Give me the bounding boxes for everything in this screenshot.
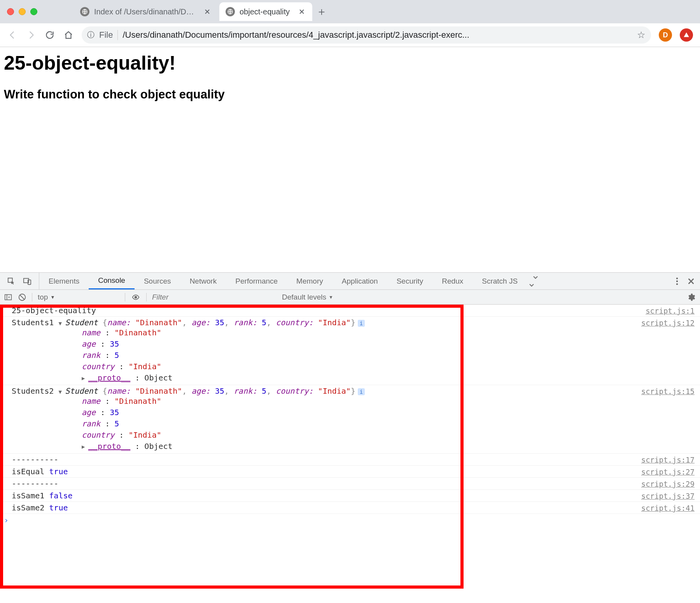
tab-title: object-equality xyxy=(240,7,290,16)
console-row: isSame2 truescript.js:41 xyxy=(0,502,700,514)
console-row: Students1 ▼ Student {name: "Dinanath", a… xyxy=(0,317,700,385)
dropdown-icon: ▼ xyxy=(50,294,55,300)
forward-icon[interactable] xyxy=(26,30,37,40)
console-message: isSame1 false xyxy=(12,491,641,500)
devtools-tab-console[interactable]: Console xyxy=(89,273,135,289)
devtools-tab-elements[interactable]: Elements xyxy=(39,273,89,289)
console-levels-label: Default levels xyxy=(282,293,326,302)
devtools-overflow-icon[interactable] xyxy=(527,273,544,289)
console-row: 25-object-equalityscript.js:1 xyxy=(0,305,700,317)
devtools-tab-redux[interactable]: Redux xyxy=(432,273,472,289)
tab-close-icon[interactable] xyxy=(298,7,306,16)
address-bar[interactable]: ⓘ File /Users/dinanath/Documents/importa… xyxy=(82,26,651,44)
devtools-tab-performance[interactable]: Performance xyxy=(226,273,287,289)
tab-0[interactable]: Index of /Users/dinanath/Docum xyxy=(74,2,218,21)
tab-favicon-globe-icon xyxy=(80,7,89,16)
svg-point-7 xyxy=(676,283,678,285)
console-source-link[interactable]: script.js:17 xyxy=(641,455,695,464)
url-path: /Users/dinanath/Documents/important/reso… xyxy=(122,30,632,40)
console-row: isEqual truescript.js:27 xyxy=(0,466,700,478)
tab-title: Index of /Users/dinanath/Docum xyxy=(94,7,195,16)
devtools-menu-icon[interactable] xyxy=(676,277,678,286)
svg-point-6 xyxy=(676,280,678,282)
reload-icon[interactable] xyxy=(44,30,55,40)
devtools-tab-network[interactable]: Network xyxy=(180,273,226,289)
console-message: isEqual true xyxy=(12,467,641,476)
console-toolbar: top ▼ Default levels ▼ xyxy=(0,290,700,305)
profile-avatar[interactable]: D xyxy=(659,28,672,42)
page-subtitle: Write function to check object equality xyxy=(4,88,696,102)
console-message: Students1 ▼ Student {name: "Dinanath", a… xyxy=(12,318,641,384)
console-levels-selector[interactable]: Default levels ▼ xyxy=(282,293,333,302)
devtools-panel: ElementsConsoleSourcesNetworkPerformance… xyxy=(0,272,700,603)
devtools-tab-memory[interactable]: Memory xyxy=(287,273,332,289)
console-message: 25-object-equality xyxy=(12,306,646,315)
page-title: 25-object-equality! xyxy=(4,52,696,74)
new-tab-button[interactable]: ＋ xyxy=(314,4,329,19)
live-expression-icon[interactable] xyxy=(131,293,141,301)
console-context-value: top xyxy=(38,293,48,302)
url-separator xyxy=(117,30,118,40)
site-info-icon[interactable]: ⓘ xyxy=(87,30,94,40)
devtools-tab-scratch-js[interactable]: Scratch JS xyxy=(472,273,527,289)
toolbar: ⓘ File /Users/dinanath/Documents/importa… xyxy=(0,23,700,47)
console-output: 25-object-equalityscript.js:1Students1 ▼… xyxy=(0,305,700,603)
devtools-tabbar: ElementsConsoleSourcesNetworkPerformance… xyxy=(0,273,700,290)
console-sidebar-toggle-icon[interactable] xyxy=(4,293,12,301)
console-source-link[interactable]: script.js:37 xyxy=(641,491,695,500)
console-row: ----------script.js:17 xyxy=(0,454,700,466)
console-source-link[interactable]: script.js:1 xyxy=(646,306,695,315)
info-badge-icon[interactable]: i xyxy=(358,388,365,395)
devtools-tab-application[interactable]: Application xyxy=(332,273,387,289)
console-message: ---------- xyxy=(12,479,641,488)
console-settings-icon[interactable] xyxy=(687,293,700,302)
console-filter-input[interactable] xyxy=(152,293,276,302)
console-source-link[interactable]: script.js:41 xyxy=(641,503,695,512)
info-badge-icon[interactable]: i xyxy=(358,320,365,327)
window-zoom[interactable] xyxy=(30,8,37,15)
inspect-element-icon[interactable] xyxy=(7,277,16,286)
svg-point-5 xyxy=(676,277,678,279)
console-message: Students2 ▼ Student {name: "Dinanath", a… xyxy=(12,386,641,452)
window-minimize[interactable] xyxy=(19,8,26,15)
url-scheme: File xyxy=(99,30,113,40)
browser-chrome: Index of /Users/dinanath/Docum object-eq… xyxy=(0,0,700,47)
home-icon[interactable] xyxy=(63,30,74,40)
clear-console-icon[interactable] xyxy=(18,293,26,302)
tab-close-icon[interactable] xyxy=(203,7,212,16)
bookmark-star-icon[interactable]: ☆ xyxy=(637,30,646,40)
console-message: ---------- xyxy=(12,455,641,464)
tab-strip: Index of /Users/dinanath/Docum object-eq… xyxy=(0,0,700,23)
window-controls xyxy=(7,8,37,15)
devtools-tab-sources[interactable]: Sources xyxy=(135,273,180,289)
dropdown-icon: ▼ xyxy=(329,294,333,300)
avatar-initial: D xyxy=(663,31,668,39)
console-row: ----------script.js:29 xyxy=(0,478,700,490)
console-source-link[interactable]: script.js:29 xyxy=(641,479,695,488)
console-source-link[interactable]: script.js:15 xyxy=(641,386,695,396)
device-toggle-icon[interactable] xyxy=(23,277,32,286)
devtools-tab-security[interactable]: Security xyxy=(387,273,433,289)
back-icon[interactable] xyxy=(7,30,18,40)
console-message: isSame2 true xyxy=(12,503,641,512)
console-source-link[interactable]: script.js:12 xyxy=(641,318,695,327)
window-close[interactable] xyxy=(7,8,14,15)
page-content: 25-object-equality! Write function to ch… xyxy=(0,47,700,102)
console-prompt[interactable]: › xyxy=(0,514,700,525)
console-row: isSame1 falsescript.js:37 xyxy=(0,490,700,502)
console-row: Students2 ▼ Student {name: "Dinanath", a… xyxy=(0,385,700,454)
devtools-close-icon[interactable] xyxy=(688,278,695,285)
console-context-selector[interactable]: top ▼ xyxy=(38,293,119,302)
console-source-link[interactable]: script.js:27 xyxy=(641,467,695,476)
extension-badge-icon[interactable] xyxy=(680,28,693,42)
tab-1[interactable]: object-equality xyxy=(219,2,312,21)
svg-point-10 xyxy=(135,296,137,298)
tab-favicon-globe-icon xyxy=(226,7,235,16)
